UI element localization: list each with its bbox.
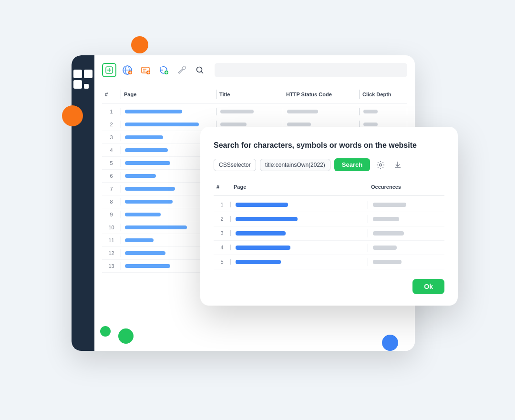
row-page-bar (125, 264, 170, 268)
col-header-title: Title (216, 90, 283, 99)
circle-green-small (100, 326, 111, 337)
main-table-header: # Page Title HTTP Status Code Click Dept… (102, 90, 407, 103)
row-status-cell (283, 108, 360, 115)
modal-row-num: 3 (214, 230, 231, 236)
logo-sq2 (84, 70, 93, 78)
row-page-bar (125, 213, 161, 216)
scene: # Page Title HTTP Status Code Click Dept… (43, 31, 472, 389)
row-num: 13 (102, 262, 121, 270)
wrench-button[interactable] (175, 63, 189, 77)
col-header-depth: Click Depth (360, 90, 407, 99)
modal-row-page-cell (231, 229, 368, 237)
modal-row-page-bar (236, 217, 298, 221)
circle-orange-top (131, 36, 148, 53)
modal-row-occ-cell (368, 258, 444, 266)
modal-table-row[interactable]: 1 (214, 198, 444, 212)
modal-row-num: 1 (214, 202, 231, 207)
row-num: 9 (102, 211, 121, 218)
row-num: 12 (102, 249, 121, 257)
row-page-bar (125, 123, 199, 126)
table-row[interactable]: 1 (102, 105, 407, 118)
row-page-bar (125, 148, 168, 152)
modal-row-page-bar (236, 231, 286, 236)
row-num: 4 (102, 146, 121, 154)
modal-row-page-bar (236, 260, 281, 264)
globe-icon (122, 65, 133, 75)
row-page-bar (125, 238, 154, 242)
row-num: 8 (102, 198, 121, 205)
toolbar (102, 63, 407, 82)
modal-row-page-cell (231, 201, 368, 209)
row-title-bar (220, 123, 247, 126)
row-depth-cell (360, 108, 407, 115)
modal-title: Search for characters, symbols or words … (214, 141, 444, 150)
ok-button[interactable]: Ok (412, 279, 444, 294)
search-toolbar-button[interactable] (193, 63, 207, 77)
modal-footer: Ok (214, 279, 444, 294)
modal-row-occ-cell (368, 244, 444, 252)
modal-row-num: 2 (214, 216, 231, 222)
search-modal: Search for characters, symbols or words … (200, 127, 458, 306)
modal-col-num: # (214, 182, 231, 192)
add-button[interactable] (102, 63, 116, 77)
modal-row-page-bar (236, 203, 288, 207)
row-num: 3 (102, 133, 121, 141)
modal-row-occ-bar (373, 217, 399, 221)
settings-button[interactable] (374, 158, 387, 172)
wrench-icon (177, 66, 186, 74)
search-button[interactable]: Search (334, 158, 370, 171)
modal-row-page-cell (231, 258, 368, 266)
row-page-bar (125, 110, 182, 113)
row-num: 6 (102, 172, 121, 180)
row-num: 7 (102, 185, 121, 193)
row-num: 10 (102, 224, 121, 231)
refresh-button[interactable] (156, 63, 171, 77)
modal-search-bar: CSSselector title:containsOwn(2022) Sear… (214, 158, 444, 172)
modal-table-header: # Page Occurences (214, 182, 444, 196)
row-page-bar (125, 187, 175, 191)
row-num: 1 (102, 108, 121, 115)
contains-own-tag[interactable]: title:containsOwn(2022) (260, 159, 330, 171)
circle-green-bottom (118, 328, 134, 344)
col-header-num: # (102, 90, 121, 99)
svg-point-18 (197, 67, 202, 72)
row-num: 11 (102, 236, 121, 244)
row-page-bar (125, 251, 165, 255)
row-num: 2 (102, 121, 121, 128)
toolbar-search-bar (215, 63, 407, 77)
modal-table-row[interactable]: 2 (214, 212, 444, 226)
modal-row-page-cell (231, 244, 368, 252)
search-toolbar-icon (196, 66, 204, 74)
circle-blue-bottom (382, 335, 398, 351)
row-page-cell (121, 108, 216, 115)
col-header-status: HTTP Status Code (283, 90, 360, 99)
export-button[interactable] (391, 158, 404, 172)
modal-row-occ-cell (368, 215, 444, 223)
row-status-bar (287, 110, 318, 113)
refresh-icon (158, 65, 169, 75)
row-page-bar (125, 200, 173, 204)
modal-row-occ-bar (373, 246, 397, 250)
row-title-bar (220, 110, 254, 113)
modal-table-body: 1 2 3 4 (214, 198, 444, 269)
modal-col-page: Page (231, 182, 368, 192)
row-page-cell (121, 121, 216, 128)
filter-icon (140, 65, 151, 75)
filter-button[interactable] (138, 63, 153, 77)
row-page-bar (125, 174, 156, 178)
export-icon (393, 161, 402, 169)
modal-col-occ: Occurences (368, 182, 444, 192)
modal-row-num: 5 (214, 259, 231, 265)
modal-table-row[interactable]: 4 (214, 241, 444, 255)
svg-line-19 (201, 72, 203, 73)
row-status-bar (287, 123, 311, 126)
globe-button[interactable] (120, 63, 134, 77)
row-page-bar (125, 225, 187, 229)
modal-table-row[interactable]: 3 (214, 226, 444, 241)
css-selector-tag[interactable]: CSSselector (214, 159, 256, 171)
circle-orange-left (62, 105, 83, 126)
modal-table-row[interactable]: 5 (214, 255, 444, 269)
modal-row-occ-bar (373, 231, 404, 236)
settings-icon (376, 161, 385, 169)
row-title-cell (216, 108, 283, 115)
